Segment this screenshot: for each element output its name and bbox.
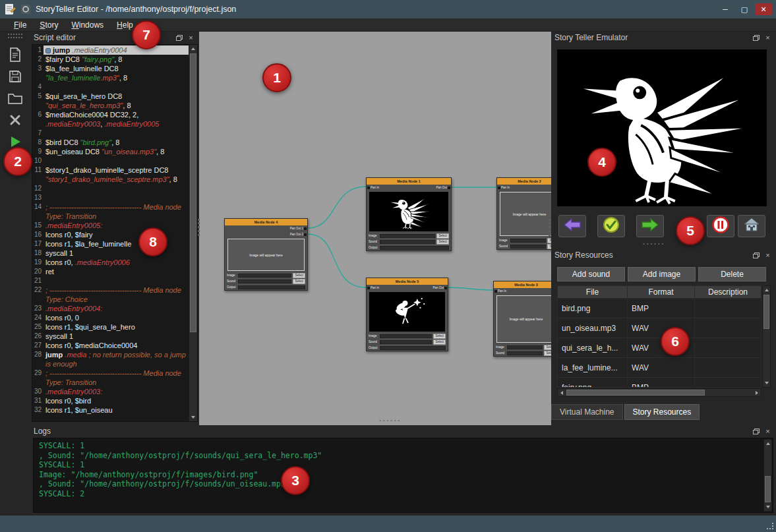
add-sound-button[interactable]: Add sound [557, 267, 625, 281]
resize-grip[interactable] [767, 523, 773, 529]
field-value[interactable] [380, 340, 432, 344]
save-button[interactable] [3, 68, 27, 88]
table-row[interactable]: fairy.pngBMP [558, 378, 761, 388]
splitter-handle[interactable] [198, 219, 200, 236]
close-icon[interactable]: × [763, 251, 773, 260]
select-button[interactable]: Select [433, 340, 446, 345]
code-text[interactable]: jump .media ; no return possible, so a j… [44, 350, 189, 369]
tab-virtual-machine[interactable]: Virtual Machine [551, 404, 623, 420]
media-node[interactable]: Media Node 2Pan InImage will appear here… [496, 177, 551, 250]
float-icon[interactable] [751, 34, 761, 42]
titlebar[interactable]: StoryTeller Editor - /home/anthony/ostpr… [0, 0, 776, 18]
input-port[interactable] [498, 187, 500, 189]
node-title[interactable]: Media Node 5 [367, 278, 448, 285]
output-port[interactable] [444, 287, 447, 289]
field-value[interactable] [380, 334, 432, 338]
select-button[interactable]: Select [293, 279, 305, 284]
output-port[interactable] [304, 227, 307, 230]
input-port[interactable] [494, 290, 497, 293]
node-title[interactable]: Media Node 2 [497, 178, 551, 185]
code-text[interactable]: syscall 1 [44, 332, 189, 341]
field-value[interactable] [507, 345, 543, 349]
code-text[interactable]: $la_fee_luminelle DC8 "la_fee_luminelle.… [44, 64, 189, 82]
validate-button[interactable] [597, 215, 625, 237]
delete-button[interactable]: Delete [698, 267, 766, 281]
column-header[interactable]: File [558, 286, 628, 298]
column-header[interactable]: Description [695, 286, 761, 298]
code-text[interactable]: lcons r1, $un_oiseau [44, 405, 189, 415]
code-text[interactable] [44, 82, 189, 92]
media-node[interactable]: Media Node 5Pan InPan OutImageSelectSoun… [366, 278, 448, 351]
code-text[interactable]: lcons r0, 0 [44, 313, 189, 322]
code-text[interactable]: $un_oiseau DC8 "un_oiseau.mp3", 8 [44, 147, 189, 156]
maximize-button[interactable]: ▢ [736, 3, 753, 15]
code-text[interactable]: .mediaEntry0003: [44, 387, 189, 396]
media-node[interactable]: Media Node 3Pan InImage will appear here… [493, 281, 551, 357]
select-button[interactable]: Select [436, 239, 449, 245]
field-value[interactable] [510, 245, 546, 249]
next-button[interactable] [636, 215, 664, 237]
table-row[interactable]: qui_sera_le_h...WAV [558, 338, 761, 358]
field-value[interactable] [238, 285, 305, 289]
select-button[interactable]: Select [436, 233, 449, 239]
script-editor-scrollbar[interactable] [189, 45, 197, 421]
code-text[interactable]: lcons r0, $mediaChoice0004 [44, 341, 189, 350]
media-node[interactable]: Media Node 4Pan Out 1Pan Out 2Image will… [224, 218, 308, 291]
resources-table-scrollbar[interactable] [762, 285, 771, 388]
code-text[interactable] [44, 129, 189, 138]
add-image-button[interactable]: Add image [628, 267, 696, 281]
close-icon[interactable]: × [763, 34, 773, 42]
home-button[interactable] [738, 215, 765, 237]
select-button[interactable]: Select [293, 273, 305, 278]
code-text[interactable]: lcons r1, $qui_sera_le_hero [44, 322, 189, 332]
close-icon[interactable]: × [186, 34, 196, 42]
splitter-handle[interactable] [549, 219, 551, 236]
code-editor[interactable]: 1jump .mediaEntry00042$fairy DC8 "fairy.… [32, 44, 198, 422]
new-script-button[interactable] [3, 46, 27, 66]
open-button[interactable] [3, 90, 27, 109]
menu-story[interactable]: Story [34, 19, 64, 31]
field-value[interactable] [380, 246, 449, 250]
field-value[interactable] [380, 240, 435, 244]
table-row[interactable]: la_fee_lumine...WAV [558, 358, 761, 378]
code-text[interactable]: ; --------------------------------------… [44, 202, 189, 221]
field-value[interactable] [507, 351, 543, 355]
code-text[interactable]: $story1_drako_luminelle_sceptre DC8 "sto… [44, 165, 189, 184]
code-text[interactable]: ret [44, 267, 189, 276]
code-text[interactable]: jump .mediaEntry0004 [44, 45, 189, 55]
code-text[interactable]: $bird DC8 "bird.png", 8 [44, 138, 189, 147]
menu-windows[interactable]: Windows [65, 19, 109, 31]
minimize-button[interactable]: ─ [717, 3, 734, 15]
resources-hscrollbar[interactable] [557, 388, 761, 397]
code-text[interactable]: syscall 1 [44, 249, 189, 258]
field-value[interactable] [238, 280, 291, 283]
node-graph-canvas[interactable]: Media Node 4Pan Out 1Pan Out 2Image will… [199, 32, 551, 425]
output-port[interactable] [304, 233, 307, 236]
code-text[interactable] [44, 193, 189, 202]
input-port[interactable] [367, 287, 370, 289]
code-text[interactable]: lcons r0, .mediaEntry0006 [44, 258, 189, 267]
code-text[interactable]: .mediaEntry0004: [44, 304, 189, 313]
node-title[interactable]: Media Node 3 [494, 281, 551, 288]
menu-file[interactable]: File [8, 19, 32, 31]
code-text[interactable] [44, 184, 189, 193]
back-button[interactable] [558, 215, 586, 237]
input-port[interactable] [367, 187, 370, 189]
table-row[interactable]: bird.pngBMP [558, 299, 761, 318]
code-text[interactable] [44, 276, 189, 285]
table-row[interactable]: un_oiseau.mp3WAV [558, 318, 761, 338]
media-node[interactable]: Media Node 1Pan InPan OutImageSelectSoun… [366, 177, 452, 251]
pause-button[interactable] [707, 215, 734, 237]
delete-button[interactable] [3, 111, 27, 131]
float-icon[interactable] [751, 427, 761, 436]
column-header[interactable]: Format [628, 286, 695, 298]
splitter-handle[interactable]: ······ [643, 240, 665, 248]
float-icon[interactable] [174, 34, 184, 42]
code-text[interactable]: $mediaChoice0004 DC32, 2, .mediaEntry000… [44, 110, 189, 129]
output-port[interactable] [448, 187, 450, 189]
code-text[interactable]: $fairy DC8 "fairy.png", 8 [44, 55, 189, 64]
code-text[interactable]: lcons r0, $bird [44, 396, 189, 405]
tab-story-resources[interactable]: Story Resources [624, 404, 700, 420]
toolbar-grip[interactable] [8, 34, 22, 38]
field-value[interactable] [380, 234, 435, 238]
